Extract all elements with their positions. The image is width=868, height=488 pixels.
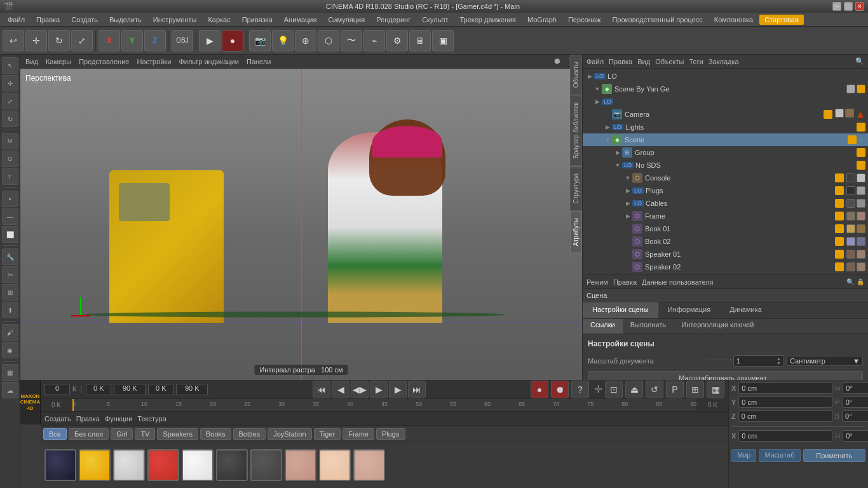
lt-magnet[interactable]: 🔧 [2, 248, 18, 265]
vp-expand[interactable]: ⬢ [554, 57, 560, 65]
menu-animate[interactable]: Анимация [279, 15, 322, 25]
menu-pipeline[interactable]: Производственный процесс [607, 15, 707, 25]
obj-row-cables[interactable]: ▶ LO Cables [583, 197, 868, 210]
mat-menu-texture[interactable]: Текстура [137, 415, 166, 423]
expand-icon[interactable]: ▶ [623, 186, 632, 195]
obj-row-frame[interactable]: ▶ ⬡ Frame [583, 210, 868, 222]
obj-menu-edit[interactable]: Правка [609, 58, 632, 65]
menu-simulate[interactable]: Симуляция [323, 15, 370, 25]
lt-select[interactable]: ↖ [2, 57, 18, 74]
expand-icon[interactable]: ▼ [603, 135, 612, 144]
motion-button[interactable]: ⊡ [605, 381, 623, 398]
menu-mesh[interactable]: Каркас [203, 15, 235, 25]
world-mode-button[interactable]: Мир [731, 449, 756, 462]
sx-input[interactable] [738, 430, 832, 442]
side-tab-attributes[interactable]: Атрибуты [570, 211, 582, 253]
loop-button[interactable]: ↺ [646, 381, 663, 398]
start-time2-input[interactable]: 0 K [148, 384, 173, 395]
grid-button[interactable]: ⊞ [686, 381, 704, 398]
mat-swatch-5[interactable] [216, 449, 248, 481]
mat-tag-all[interactable]: Все [43, 428, 67, 440]
mat-menu-edit[interactable]: Правка [76, 415, 100, 423]
scale-document-button[interactable]: Масштабировать документ... [588, 371, 863, 380]
record-button[interactable]: ● [531, 381, 548, 398]
help-button[interactable]: ? [571, 381, 589, 398]
obj-row-scenebyyan[interactable]: ▼ ◆ Scene By Yan Ge [583, 83, 868, 95]
tb-scale[interactable]: ⤢ [71, 30, 93, 51]
menu-startup[interactable]: Стартовая [759, 15, 804, 25]
menu-edit[interactable]: Правка [31, 15, 65, 25]
lt-smooth[interactable]: ◉ [2, 342, 18, 358]
menu-render[interactable]: Рендеринг [371, 15, 416, 25]
vp-display-menu[interactable]: Представление [79, 58, 129, 65]
tb-polygon[interactable]: ⬡ [318, 30, 339, 51]
obj-menu-file[interactable]: Файл [587, 58, 604, 65]
mat-menu-create[interactable]: Создать [44, 415, 71, 423]
obj-row-speaker02[interactable]: ⬡ Speaker 02 [583, 261, 868, 273]
obj-row-book02[interactable]: ⬡ Book 02 [583, 235, 868, 248]
obj-menu-tags[interactable]: Теги [689, 58, 703, 65]
tb-deformer[interactable]: ⌁ [363, 30, 385, 51]
close-button[interactable]: ✕ [855, 2, 864, 11]
tb-render[interactable]: ▣ [432, 30, 454, 51]
menu-tools[interactable]: Инструменты [148, 15, 202, 25]
auto-record-button[interactable]: ⏺ [551, 381, 569, 398]
b-rotation-input[interactable] [842, 410, 868, 422]
mat-swatch-2[interactable] [113, 449, 145, 481]
mat-tag-frame[interactable]: Frame [342, 428, 374, 440]
x-position-input[interactable] [738, 383, 832, 394]
goto-start-button[interactable]: ⏮ [313, 381, 330, 398]
menu-sculpt[interactable]: Скульпт [417, 15, 453, 25]
scheme-button[interactable]: P [666, 381, 684, 398]
tb-generator[interactable]: ⚙ [386, 30, 408, 51]
lt-scale[interactable]: ⤢ [2, 93, 18, 109]
play-button[interactable]: ▶ [370, 381, 388, 398]
expand-icon[interactable]: ▶ [623, 212, 632, 220]
scale-input[interactable]: 1 ▲ ▼ [733, 355, 784, 367]
mat-tag-plugs[interactable]: Plugs [376, 428, 405, 440]
lt-poly[interactable]: ⬜ [2, 226, 18, 243]
y-position-input[interactable] [738, 396, 832, 408]
lt-move[interactable]: ✛ [2, 75, 18, 92]
menu-select[interactable]: Выделить [104, 15, 147, 25]
tb-light[interactable]: 💡 [272, 30, 294, 51]
mat-menu-functions[interactable]: Функции [105, 415, 132, 423]
tb-object-mode[interactable]: OBJ [172, 30, 193, 51]
mat-tag-bottles[interactable]: Bottles [233, 428, 266, 440]
tb-play[interactable]: ▶ [199, 30, 220, 51]
prev-frame-button[interactable]: ◀ [332, 381, 349, 398]
tb-camera[interactable]: 📷 [249, 30, 271, 51]
obj-row-console[interactable]: ▼ ⬡ Console [583, 172, 868, 184]
mat-swatch-8[interactable] [319, 449, 351, 481]
mat-swatch-0[interactable] [44, 449, 76, 481]
apply-button[interactable]: Применить [803, 449, 866, 462]
lt-knife[interactable]: ✂ [2, 266, 18, 283]
attr-sub-tab-execute[interactable]: Выполнить [623, 319, 674, 334]
expand-icon[interactable]: ▼ [613, 161, 622, 170]
vp-view-menu[interactable]: Вид [25, 58, 38, 65]
vp-options-menu[interactable]: Настройки [137, 58, 171, 65]
obj-row-book01[interactable]: ⬡ Book 01 [583, 222, 868, 235]
menu-compose[interactable]: Компоновка [709, 15, 758, 25]
tb-record[interactable]: ● [222, 30, 243, 51]
lt-edge[interactable]: — [2, 208, 18, 225]
obj-row-plugs[interactable]: ▶ LO Plugs [583, 184, 868, 197]
obj-menu-view[interactable]: Вид [637, 58, 650, 65]
lt-point[interactable]: • [2, 191, 18, 207]
lt-floor[interactable]: ▦ [2, 364, 18, 381]
obj-row-nosds[interactable]: ▼ LO No SDS [583, 159, 868, 172]
obj-row-speaker01[interactable]: ⬡ Speaker 01 [583, 248, 868, 261]
goto-end-button[interactable]: ⏭ [408, 381, 426, 398]
next-frame-button[interactable]: ▶ [389, 381, 407, 398]
attr-tab-info[interactable]: Информация [658, 302, 720, 318]
menu-mograph[interactable]: MoGraph [522, 15, 562, 25]
viewport[interactable]: Вид Камеры Представление Настройки Фильт… [20, 55, 582, 380]
expand-icon[interactable]: ▼ [623, 173, 632, 182]
mat-swatch-4[interactable] [182, 449, 214, 481]
lt-rotate[interactable]: ↻ [2, 111, 18, 127]
lt-model[interactable]: M [2, 133, 18, 149]
mat-tag-tiger[interactable]: Tiger [314, 428, 341, 440]
menu-create[interactable]: Создать [66, 15, 103, 25]
scale-unit-dropdown[interactable]: Сантиметр ▼ [787, 356, 863, 366]
end-time-input[interactable]: 90 K [114, 384, 146, 395]
